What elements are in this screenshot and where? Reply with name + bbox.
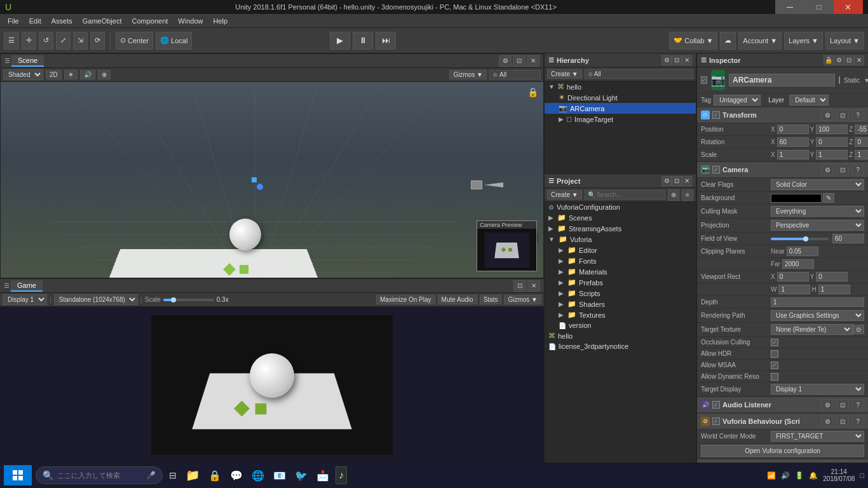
inspector-maximize-btn[interactable]: ⊡ <box>844 55 854 65</box>
open-vuforia-btn[interactable]: Open Vuforia configuration <box>701 445 864 457</box>
transform-settings-btn[interactable]: ⚙ <box>821 109 834 121</box>
project-close-btn[interactable]: ✕ <box>682 176 692 186</box>
clear-flags-dropdown[interactable]: Solid Color Skybox Depth only Don't Clea… <box>771 179 864 190</box>
inspector-settings-btn[interactable]: ⚙ <box>834 55 844 65</box>
scale-z-input[interactable] <box>855 150 868 159</box>
taskbar-task-view[interactable]: ⊟ <box>166 468 179 483</box>
tool-hand[interactable]: ☰ <box>4 32 19 50</box>
scale-y-input[interactable] <box>816 150 848 159</box>
resolution-select[interactable]: Standalone (1024x768) <box>54 294 138 305</box>
maximize-on-play-btn[interactable]: Maximize On Play <box>376 295 435 304</box>
layers-btn[interactable]: Layers ▼ <box>784 32 823 50</box>
project-item-fonts[interactable]: ▶ 📁 Fonts <box>545 255 696 266</box>
scene-settings-btn[interactable]: ⚙ <box>499 55 512 67</box>
menu-component[interactable]: Component <box>126 16 173 26</box>
transform-gear-btn[interactable]: ⊡ <box>836 109 849 121</box>
target-texture-dropdown[interactable]: None (Render Te) <box>771 324 853 335</box>
clock[interactable]: 21:14 2018/07/08 <box>823 468 855 482</box>
culling-mask-dropdown[interactable]: Everything Nothing <box>771 206 864 217</box>
tool-rect[interactable]: ⇲ <box>73 32 88 50</box>
projection-dropdown[interactable]: Perspective Orthographic <box>771 220 864 231</box>
object-active-checkbox[interactable] <box>701 76 707 84</box>
project-item-vuforia-config[interactable]: ⚙ VuforiaConfiguration <box>545 202 696 212</box>
project-item-version[interactable]: 📄 version <box>545 320 696 330</box>
vuforia-gear-btn[interactable]: ⊡ <box>836 416 849 427</box>
2d-btn[interactable]: 2D <box>46 70 62 79</box>
rendering-path-dropdown[interactable]: Use Graphics Settings Forward Deferred <box>771 310 864 321</box>
center-pivot-btn[interactable]: ⊙ Center <box>116 32 153 50</box>
static-checkbox[interactable] <box>839 76 840 84</box>
project-item-streaming[interactable]: ▶ 📁 StreamingAssets <box>545 223 696 234</box>
network-icon[interactable]: 📶 <box>767 471 776 480</box>
vuforia-settings-btn[interactable]: ⚙ <box>821 416 834 427</box>
taskbar-edge[interactable]: 🌐 <box>249 467 267 484</box>
menu-file[interactable]: File <box>3 16 24 26</box>
mute-audio-btn[interactable]: Mute Audio <box>438 295 477 304</box>
scale-x-input[interactable] <box>777 150 809 159</box>
close-btn[interactable]: ✕ <box>834 0 863 14</box>
taskbar-message[interactable]: 📩 <box>314 467 332 484</box>
background-color-swatch[interactable] <box>771 194 822 203</box>
hierarchy-item-hello[interactable]: ▼ ⌘ hello <box>545 81 696 92</box>
scene-tab[interactable]: Scene <box>11 55 44 67</box>
menu-window[interactable]: Window <box>173 16 208 26</box>
vp-y-input[interactable] <box>816 272 848 281</box>
fov-input[interactable] <box>832 234 864 243</box>
menu-gameobject[interactable]: GameObject <box>78 16 127 26</box>
target-texture-btn[interactable]: ⊙ <box>853 325 864 334</box>
local-global-btn[interactable]: 🌐 Local <box>156 32 192 50</box>
menu-edit[interactable]: Edit <box>24 16 46 26</box>
camera-comp-header[interactable]: 📷 Camera ⚙ ⊡ ? <box>697 162 868 178</box>
account-btn[interactable]: Account ▼ <box>738 32 782 50</box>
game-gizmos-btn[interactable]: Gizmos ▼ <box>504 295 541 304</box>
project-item-shaders[interactable]: ▶ 📁 Shaders <box>545 299 696 309</box>
scale-slider-track[interactable] <box>163 299 214 301</box>
tool-rotate[interactable]: ↺ <box>39 32 53 50</box>
audio-listener-checkbox[interactable] <box>712 401 720 409</box>
layer-dropdown[interactable]: Default <box>789 95 829 105</box>
inspector-lock-btn[interactable]: 🔒 <box>824 55 834 65</box>
project-maximize-btn[interactable]: ⊡ <box>672 176 682 186</box>
hierarchy-item-light[interactable]: ☀ Directional Light <box>545 92 696 103</box>
tool-scale[interactable]: ⤢ <box>56 32 71 50</box>
background-picker-btn[interactable]: ✎ <box>823 193 834 203</box>
msaa-checkbox[interactable] <box>771 362 778 369</box>
pos-x-input[interactable] <box>777 125 809 134</box>
project-create-btn[interactable]: Create ▼ <box>547 190 582 200</box>
play-btn[interactable]: ▶ <box>330 32 350 50</box>
camera-help-btn[interactable]: ? <box>851 164 864 175</box>
vp-w-input[interactable] <box>778 285 810 294</box>
tag-dropdown[interactable]: Untagged <box>714 95 761 105</box>
project-item-prefabs[interactable]: ▶ 📁 Prefabs <box>545 277 696 288</box>
taskbar-unity[interactable]: ♪ <box>336 466 347 484</box>
far-input[interactable] <box>782 259 814 269</box>
maximize-btn[interactable]: □ <box>804 0 834 14</box>
volume-icon[interactable]: 🔊 <box>781 471 790 480</box>
tool-transform[interactable]: ⟳ <box>90 32 105 50</box>
inspector-close-btn[interactable]: ✕ <box>854 55 864 65</box>
hierarchy-close-btn[interactable]: ✕ <box>682 55 692 65</box>
scene-maximize-btn[interactable]: ⊡ <box>513 55 526 67</box>
rot-z-input[interactable] <box>855 137 868 147</box>
game-close-btn[interactable]: ✕ <box>527 280 540 292</box>
dynamic-checkbox[interactable] <box>771 373 778 381</box>
vp-x-input[interactable] <box>777 272 809 281</box>
world-center-dropdown[interactable]: FIRST_TARGET SPECIFIC_TARGET CAMERA <box>771 431 864 442</box>
project-item-textures[interactable]: ▶ 📁 Textures <box>545 309 696 320</box>
tool-move[interactable]: ✛ <box>22 32 36 50</box>
target-display-dropdown[interactable]: Display 1 <box>771 384 864 395</box>
project-item-materials[interactable]: ▶ 📁 Materials <box>545 266 696 277</box>
project-search-input[interactable] <box>597 191 662 198</box>
pause-btn[interactable]: ⏸ <box>353 32 373 50</box>
rot-y-input[interactable] <box>816 137 848 147</box>
step-btn[interactable]: ⏭ <box>376 32 396 50</box>
fx-btn[interactable]: ⊕ <box>98 70 111 79</box>
project-item-scenes[interactable]: ▶ 📁 Scenes <box>545 212 696 223</box>
depth-input[interactable] <box>771 297 864 307</box>
menu-help[interactable]: Help <box>208 16 233 26</box>
shading-dropdown[interactable]: Shaded <box>3 69 43 80</box>
project-item-vuforia[interactable]: ▼ 📁 Vuforia <box>545 234 696 245</box>
taskbar-chat[interactable]: 💬 <box>227 467 245 484</box>
occlusion-checkbox[interactable] <box>771 339 778 346</box>
lighting-btn[interactable]: ☀ <box>64 70 78 79</box>
